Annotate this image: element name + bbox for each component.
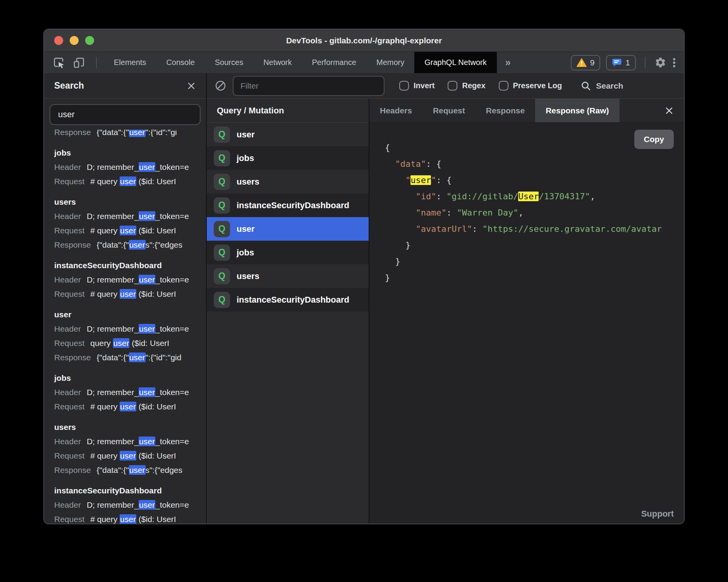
query-row-label: user [237,224,254,234]
device-toolbar-icon[interactable] [73,56,85,69]
search-result-label: Response [54,466,91,474]
inspect-element-icon[interactable] [53,56,65,69]
search-result-group-title: jobs [54,371,206,385]
warnings-badge-button[interactable]: 9 [571,55,601,70]
response-close-icon[interactable] [664,99,684,122]
checkbox-box-preserve-log[interactable] [499,81,508,91]
search-result-line[interactable]: Request# query user ($id: UserI [54,287,206,301]
search-result-label: Header [54,388,81,397]
traffic-lights [54,29,94,51]
checkbox-label-invert: Invert [414,81,434,90]
query-row-label: instanceSecurityDashboard [237,200,349,211]
tab-sources[interactable]: Sources [205,52,253,73]
response-tab-request[interactable]: Request [422,99,476,122]
search-result-label: Header [54,500,81,509]
support-link[interactable]: Support [641,509,674,519]
search-result-line[interactable]: Request# query user ($id: UserI [54,174,206,188]
checkbox-box-regex[interactable] [448,81,457,91]
search-result-line[interactable]: HeaderD; remember_user_token=e [54,160,206,174]
search-result-line[interactable]: Response{"data":{"users":{"edges [54,238,206,252]
search-icon [580,80,591,91]
query-row-jobs[interactable]: Qjobs [207,241,369,264]
query-row-users[interactable]: Qusers [207,264,369,288]
response-tab-response-raw[interactable]: Response (Raw) [535,99,619,122]
search-result-label: Request [54,226,84,235]
tab-console[interactable]: Console [156,52,204,73]
query-row-label: instanceSecurityDashboard [237,295,349,305]
tab-performance[interactable]: Performance [302,52,367,73]
search-close-icon[interactable] [187,81,196,91]
search-result-label: Header [54,212,81,221]
response-json-line: } [385,253,684,270]
search-input[interactable] [50,104,201,125]
search-result-line[interactable]: Response{"data":{"user":{"id":"gid [54,350,206,365]
search-result-line[interactable]: Response{"data":{"user":{"id":"gi [54,130,206,139]
search-result-line[interactable]: HeaderD; remember_user_token=e [54,498,206,512]
response-raw-view: Copy { "data": { "user": { "id": "gid://… [369,123,684,524]
messages-badge-button[interactable]: 1 [606,55,636,70]
query-type-badge: Q [214,221,230,237]
minimize-window-button[interactable] [70,36,79,45]
tab-memory[interactable]: Memory [366,52,414,73]
query-row-user[interactable]: Quser [207,217,369,241]
query-row-label: jobs [237,248,254,258]
search-result-line[interactable]: Request# query user ($id: UserI [54,399,206,414]
more-tabs-chevron[interactable]: » [497,52,519,73]
search-result-group-title: instanceSecurityDashboard [54,258,206,272]
checkbox-preserve-log[interactable]: Preserve Log [499,81,562,91]
search-result-line[interactable]: Requestquery user ($id: UserI [54,336,206,350]
settings-gear-icon[interactable] [654,56,666,68]
devtools-tabbar: ElementsConsoleSourcesNetworkPerformance… [44,52,684,73]
clear-log-icon[interactable] [215,80,227,92]
search-result-line[interactable]: Response{"data":{"users":{"edges [54,463,206,477]
query-type-badge: Q [214,292,230,308]
tab-graphql-network[interactable]: GraphQL Network [414,52,496,73]
query-row-jobs[interactable]: Qjobs [207,146,369,170]
filter-input[interactable] [233,76,385,96]
query-row-instancesecuritydashboard[interactable]: QinstanceSecurityDashboard [207,193,369,217]
response-tab-response[interactable]: Response [476,99,535,122]
query-row-users[interactable]: Qusers [207,170,369,193]
search-result-line[interactable]: HeaderD; remember_user_token=e [54,272,206,287]
tab-elements[interactable]: Elements [104,52,156,73]
checkbox-regex[interactable]: Regex [448,81,485,91]
query-row-instancesecuritydashboard[interactable]: QinstanceSecurityDashboard [207,288,369,312]
checkbox-invert[interactable]: Invert [399,81,434,91]
tab-network[interactable]: Network [253,52,302,73]
query-type-badge: Q [214,174,230,190]
message-count: 1 [625,58,630,67]
search-result-line[interactable]: HeaderD; remember_user_token=e [54,209,206,223]
query-row-label: users [237,177,259,187]
search-result-line[interactable]: Request# query user ($id: UserI [54,223,206,238]
zoom-window-button[interactable] [85,36,94,45]
query-mutation-header: Query / Mutation [207,99,369,123]
close-window-button[interactable] [54,36,63,45]
search-result-line[interactable]: HeaderD; remember_user_token=e [54,434,206,448]
response-json-line: "user": { [385,172,684,188]
search-result-label: Response [54,240,91,249]
message-icon [612,58,622,68]
warning-count: 9 [590,58,595,67]
search-result-line[interactable]: HeaderD; remember_user_token=e [54,385,206,399]
query-row-label: jobs [237,153,254,163]
kebab-menu-icon[interactable] [672,56,676,69]
checkbox-label-preserve-log: Preserve Log [513,81,562,90]
response-json-line: "name": "Warren Day", [385,205,684,221]
query-row-user[interactable]: Quser [207,123,369,146]
search-result-line[interactable]: Request# query user ($id: UserI [54,512,206,524]
copy-button[interactable]: Copy [634,130,674,149]
search-result-line[interactable]: Request# query user ($id: UserI [54,448,206,463]
network-search-button[interactable]: Search [580,80,623,91]
search-result-label: Request [54,339,84,347]
response-tab-headers[interactable]: Headers [369,99,422,122]
checkbox-box-invert[interactable] [399,81,409,91]
search-result-line[interactable]: HeaderD; remember_user_token=e [54,322,206,336]
search-result-label: Response [54,353,91,362]
query-type-badge: Q [214,127,230,143]
search-panel-title: Search [54,80,84,91]
network-panels: Query / Mutation QuserQjobsQusersQinstan… [207,99,684,524]
search-result-label: Request [54,451,84,460]
network-filter-bar: InvertRegexPreserve Log Search [207,73,684,99]
search-panel: Search Response{"data":{"user":{"id":"gi… [44,73,207,524]
toolbar-separator [96,57,97,68]
